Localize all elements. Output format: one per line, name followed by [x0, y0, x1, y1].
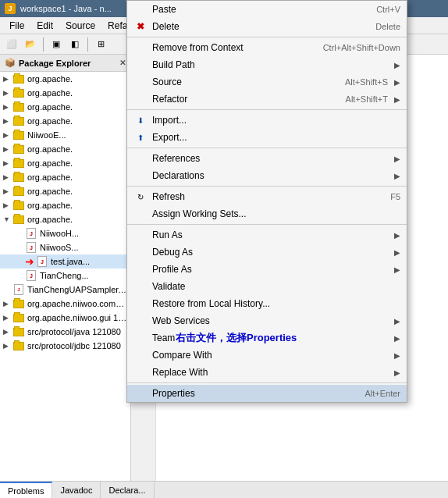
- ctx-debug-as-label: Debug As: [152, 247, 388, 258]
- ctx-team[interactable]: Team 右击文件，选择Properties ▶: [127, 329, 407, 347]
- tree-item-10[interactable]: ▼ org.apache.: [0, 212, 130, 226]
- tree-label-19: src/protocol/jdbc 121080: [27, 341, 121, 350]
- menu-source[interactable]: Source: [59, 19, 101, 33]
- ctx-build-path-label: Build Path: [152, 59, 388, 70]
- tab-javadoc[interactable]: Javadoc: [52, 482, 101, 498]
- ctx-declarations[interactable]: Declarations ▶: [127, 167, 407, 184]
- ctx-import[interactable]: ⬇ Import...: [127, 112, 407, 129]
- source-arrow-icon: ▶: [394, 78, 400, 87]
- ctx-assign-working-sets-label: Assign Working Sets...: [152, 208, 400, 219]
- tree-item-9[interactable]: ▶ org.apache.: [0, 198, 130, 212]
- ctx-refactor[interactable]: Refactor Alt+Shift+T ▶: [127, 91, 407, 108]
- ctx-replace-with-label: Replace With: [152, 367, 388, 378]
- tree-item-2[interactable]: ▶ org.apache.: [0, 100, 130, 114]
- tree-label-16: org.apache.niiwoo.commons 169881: [27, 299, 130, 308]
- ctx-debug-as[interactable]: Debug As ▶: [127, 244, 407, 261]
- ctx-restore-local[interactable]: Restore from Local History...: [127, 295, 407, 312]
- ctx-sep-5: [127, 224, 407, 225]
- tab-problems[interactable]: Problems: [0, 482, 52, 498]
- tree-item-0[interactable]: ▶ org.apache.: [0, 72, 130, 86]
- references-icon: [133, 151, 148, 165]
- ctx-validate-label: Validate: [152, 281, 400, 292]
- package-icon-17: [12, 311, 25, 324]
- tree-item-16[interactable]: ▶ org.apache.niiwoo.commons 169881: [0, 297, 130, 311]
- package-explorer-icon: 📦: [5, 58, 16, 68]
- tree-item-6[interactable]: ▶ org.apache.: [0, 156, 130, 170]
- tree-item-3[interactable]: ▶ org.apache.: [0, 114, 130, 128]
- file-icon-11: J: [25, 227, 37, 240]
- replace-with-arrow-icon: ▶: [394, 368, 400, 377]
- ctx-refresh[interactable]: ↻ Refresh F5: [127, 188, 407, 205]
- team-arrow-icon: ▶: [394, 334, 400, 343]
- ctx-properties-shortcut: Alt+Enter: [364, 389, 400, 398]
- ctx-compare-with[interactable]: Compare With ▶: [127, 347, 407, 364]
- tree-item-17[interactable]: ▶ org.apache.niiwoo.gui 169881: [0, 311, 130, 325]
- run-as-arrow-icon: ▶: [394, 231, 400, 240]
- tree-item-11[interactable]: J NiiwooH...: [0, 226, 130, 240]
- ctx-restore-local-label: Restore from Local History...: [152, 298, 400, 309]
- build-path-arrow-icon: ▶: [394, 61, 400, 69]
- ctx-remove-context-label: Remove from Context: [152, 42, 323, 53]
- ctx-refactor-label: Refactor: [152, 94, 346, 105]
- tree-label-4: NiiwooE...: [27, 130, 66, 140]
- toolbar-new[interactable]: ⬜: [3, 36, 20, 53]
- ctx-refresh-label: Refresh: [152, 191, 390, 202]
- tree-item-7[interactable]: ▶ org.apache.: [0, 170, 130, 184]
- build-path-icon: [133, 58, 148, 72]
- ctx-references-label: References: [152, 153, 388, 164]
- ctx-assign-working-sets[interactable]: Assign Working Sets...: [127, 205, 407, 222]
- compare-with-icon: [133, 348, 148, 362]
- ctx-delete-label: Delete: [152, 21, 375, 32]
- tree-item-4[interactable]: ▶ NiiwooE...: [0, 128, 130, 142]
- ctx-build-path[interactable]: Build Path ▶: [127, 56, 407, 73]
- annotation-text: 右击文件，选择Properties: [176, 331, 297, 345]
- tree-arrow-4: ▶: [3, 131, 12, 139]
- ctx-properties[interactable]: Properties Alt+Enter: [127, 385, 407, 402]
- tab-javadoc-label: Javadoc: [60, 486, 92, 495]
- ctx-export-label: Export...: [152, 132, 400, 143]
- ctx-paste[interactable]: Paste Ctrl+V: [127, 1, 407, 18]
- ctx-delete[interactable]: ✖ Delete Delete: [127, 18, 407, 35]
- tree-item-18[interactable]: ▶ src/protocol/java 121080: [0, 325, 130, 339]
- tree-item-15[interactable]: J TianChengUAPSampler.java 169881: [0, 283, 130, 297]
- tree-item-19[interactable]: ▶ src/protocol/jdbc 121080: [0, 339, 130, 353]
- ctx-export[interactable]: ⬆ Export...: [127, 129, 407, 146]
- menu-file[interactable]: File: [3, 19, 30, 33]
- ctx-references[interactable]: References ▶: [127, 150, 407, 167]
- tree-item-5[interactable]: ▶ org.apache.: [0, 142, 130, 156]
- tree-item-14[interactable]: J TianCheng...: [0, 269, 130, 283]
- menu-edit[interactable]: Edit: [30, 19, 59, 33]
- tree-item-1[interactable]: ▶ org.apache.: [0, 86, 130, 100]
- tree-container: ▶ org.apache. ▶ org.apache. ▶ org.apache…: [0, 72, 130, 498]
- ctx-replace-with[interactable]: Replace With ▶: [127, 364, 407, 381]
- tree-item-8[interactable]: ▶ org.apache.: [0, 184, 130, 198]
- package-icon-7: [12, 171, 25, 183]
- declarations-icon: [133, 169, 148, 183]
- toolbar-btn-3[interactable]: ▣: [48, 36, 65, 53]
- ctx-validate[interactable]: Validate: [127, 278, 407, 295]
- ctx-delete-shortcut: Delete: [375, 22, 400, 31]
- tree-label-18: src/protocol/java 121080: [27, 327, 121, 336]
- tree-item-13[interactable]: ➜ J test.java...: [0, 254, 130, 269]
- ctx-web-services[interactable]: Web Services ▶: [127, 312, 407, 329]
- ctx-profile-as[interactable]: Profile As ▶: [127, 261, 407, 278]
- ctx-team-label: Team 右击文件，选择Properties: [152, 333, 388, 343]
- toolbar-open[interactable]: 📂: [22, 36, 39, 53]
- tab-declarations[interactable]: Declara...: [101, 482, 154, 498]
- toolbar-btn-4[interactable]: ◧: [66, 36, 84, 53]
- toolbar-btn-5[interactable]: ⊞: [92, 36, 109, 53]
- properties-icon: [133, 386, 148, 400]
- ctx-remove-context[interactable]: Remove from Context Ctrl+Alt+Shift+Down: [127, 39, 407, 56]
- run-as-icon: [133, 228, 148, 242]
- ctx-run-as[interactable]: Run As ▶: [127, 226, 407, 244]
- ctx-sep-2: [127, 109, 407, 110]
- tree-arrow-17: ▶: [3, 314, 12, 322]
- panel-close-button[interactable]: ✕: [119, 59, 126, 67]
- ctx-paste-label: Paste: [152, 4, 376, 15]
- restore-local-icon: [133, 297, 148, 311]
- validate-icon: [133, 279, 148, 293]
- ctx-source[interactable]: Source Alt+Shift+S ▶: [127, 73, 407, 91]
- package-icon-5: [12, 143, 25, 155]
- web-services-arrow-icon: ▶: [394, 317, 400, 325]
- tree-item-12[interactable]: J NiiwooS...: [0, 240, 130, 254]
